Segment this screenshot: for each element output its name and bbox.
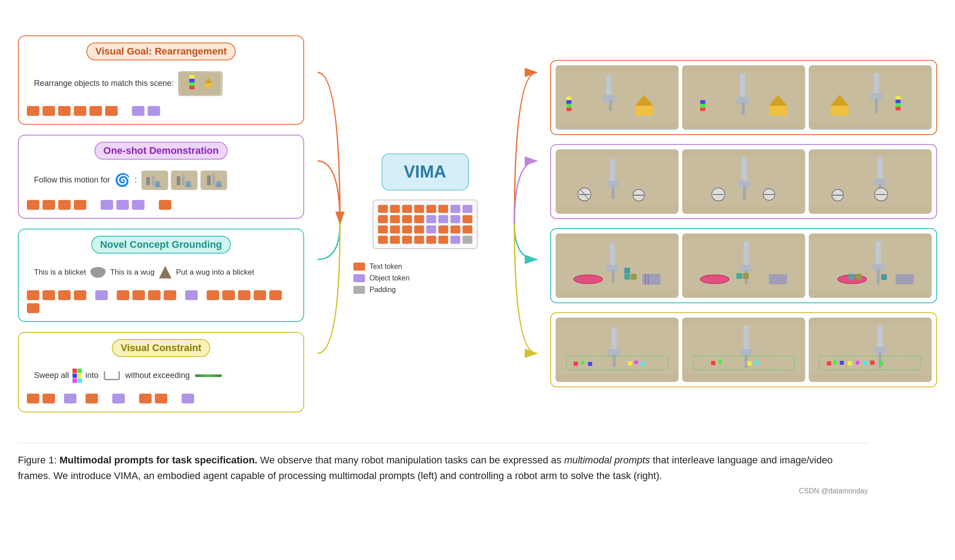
constraint-content: Sweep all	[27, 362, 295, 389]
main-container: Visual Goal: Rearrangement Rearrange obj…	[18, 13, 937, 497]
svg-rect-32	[566, 104, 571, 107]
matrix-token	[378, 215, 388, 223]
svg-rect-59	[611, 186, 614, 199]
svg-rect-73	[809, 155, 932, 206]
result-box-rearrangement	[550, 60, 937, 135]
matrix-token	[414, 236, 424, 244]
token-text	[269, 290, 282, 300]
result-frame-r2-1	[556, 149, 679, 214]
svg-rect-57	[610, 159, 615, 182]
result-box-novel	[550, 228, 937, 303]
svg-rect-41	[700, 107, 705, 111]
token-text	[74, 106, 86, 116]
token-object	[95, 290, 108, 300]
center-column: VIMA	[353, 153, 497, 294]
token-text	[132, 290, 145, 300]
svg-rect-138	[856, 361, 859, 365]
matrix-row-1	[378, 205, 472, 213]
visual-goal-title: Visual Goal: Rearrangement	[86, 42, 236, 60]
matrix-token	[450, 215, 460, 223]
svg-rect-116	[588, 362, 592, 366]
token-text	[155, 394, 167, 403]
demo-frame-3	[200, 170, 227, 190]
matrix-row-3	[378, 225, 472, 233]
matrix-token	[390, 205, 400, 213]
svg-rect-82	[610, 243, 615, 267]
oneshot-colon: :	[135, 175, 137, 185]
oneshot-text: Follow this motion for	[34, 175, 110, 185]
vima-label: VIMA	[404, 162, 446, 181]
novel-text1: This is a blicket	[34, 268, 86, 277]
token-text	[58, 106, 71, 116]
svg-rect-44	[769, 106, 787, 116]
oneshot-title: One-shot Demonstration	[94, 142, 228, 160]
matrix-token	[378, 236, 388, 244]
matrix-token	[402, 205, 412, 213]
svg-rect-134	[827, 361, 831, 366]
novel-text2: This is a wug	[110, 268, 154, 277]
caption-rest1: We observe that many robot manipulation …	[260, 454, 565, 466]
left-column: Visual Goal: Rearrangement Rearrange obj…	[18, 35, 304, 412]
svg-rect-117	[628, 361, 632, 366]
matrix-token-padding	[463, 236, 472, 244]
svg-rect-130	[878, 325, 883, 349]
svg-rect-53	[896, 96, 900, 99]
token-text	[207, 290, 219, 300]
svg-rect-103	[877, 270, 879, 285]
svg-rect-35	[635, 106, 653, 116]
svg-rect-87	[631, 274, 637, 280]
token-object	[185, 290, 198, 300]
matrix-token	[402, 215, 412, 223]
svg-rect-84	[611, 270, 614, 283]
matrix-row-4	[378, 236, 472, 244]
oneshot-box: One-shot Demonstration Follow this motio…	[18, 135, 304, 219]
result-frame-r3-3	[809, 233, 932, 298]
matrix-token	[426, 236, 436, 244]
svg-rect-135	[833, 361, 837, 364]
token-text	[42, 106, 55, 116]
result-frame-r4-3	[809, 318, 932, 382]
matrix-token	[402, 225, 412, 233]
matrix-token	[402, 236, 412, 244]
svg-rect-114	[573, 361, 578, 366]
token-text	[148, 290, 161, 300]
token-text	[42, 290, 55, 300]
token-text	[74, 200, 86, 210]
matrix-token	[426, 225, 436, 233]
swirl-icon: 🌀	[115, 173, 130, 187]
svg-rect-119	[641, 361, 645, 365]
matrix-token	[463, 215, 472, 223]
svg-rect-1	[189, 86, 195, 89]
matrix-token	[463, 225, 472, 233]
matrix-token	[414, 205, 424, 213]
token-object	[116, 200, 129, 210]
legend-swatch-padding	[353, 286, 365, 294]
matrix-token	[450, 236, 460, 244]
svg-rect-127	[747, 361, 752, 366]
right-arrows-svg	[505, 22, 541, 425]
right-column	[550, 60, 937, 387]
svg-rect-5	[205, 83, 212, 88]
matrix-token	[438, 215, 448, 223]
svg-rect-47	[874, 73, 879, 95]
token-text	[139, 394, 152, 403]
svg-rect-18	[207, 175, 211, 185]
svg-rect-34	[566, 97, 571, 100]
matrix-token	[426, 205, 436, 213]
svg-rect-52	[896, 99, 900, 103]
visual-goal-tokens	[27, 106, 295, 116]
svg-rect-129	[809, 323, 932, 374]
visual-goal-text: Rearrange objects to match this scene:	[34, 79, 174, 88]
svg-rect-4	[189, 75, 195, 79]
legend-swatch-object	[353, 274, 365, 282]
svg-rect-115	[581, 361, 585, 365]
matrix-token	[438, 236, 448, 244]
svg-rect-28	[606, 75, 611, 97]
matrix-token	[414, 215, 424, 223]
svg-rect-101	[876, 241, 881, 266]
figure-label: Figure 1:	[18, 454, 57, 466]
demo-frame-2	[171, 170, 198, 190]
svg-point-21	[215, 185, 222, 187]
caption-italic: multimodal prompts	[564, 454, 650, 466]
watermark: CSDN @datamonday	[18, 485, 868, 497]
